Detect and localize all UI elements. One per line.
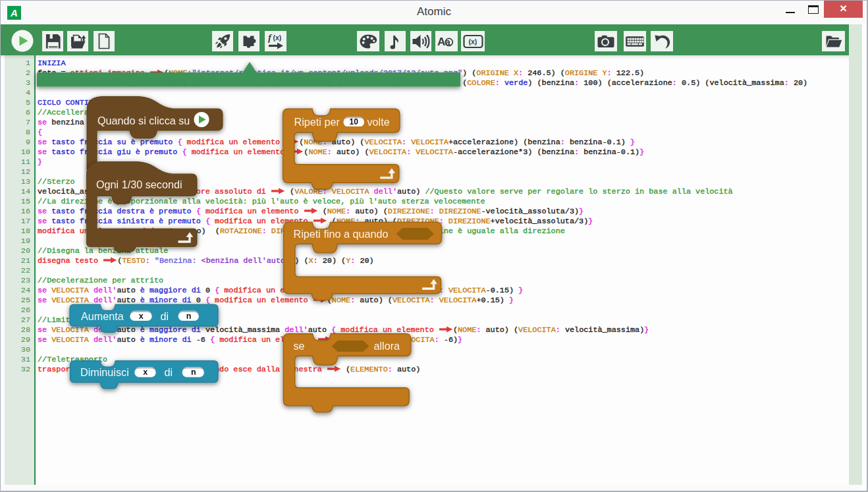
svg-text:di: di bbox=[165, 366, 173, 378]
svg-text:Ripeti per: Ripeti per bbox=[294, 116, 340, 128]
svg-text:allora: allora bbox=[374, 340, 400, 352]
svg-text:10: 10 bbox=[350, 117, 359, 126]
svg-text:n: n bbox=[186, 312, 192, 321]
svg-text:Quando si clicca su: Quando si clicca su bbox=[97, 115, 190, 126]
svg-text:Aumenta: Aumenta bbox=[81, 310, 124, 322]
svg-text:Ripeti fino a quando: Ripeti fino a quando bbox=[294, 228, 389, 240]
svg-text:x: x bbox=[143, 368, 148, 377]
svg-text:Diminuisci: Diminuisci bbox=[80, 366, 129, 378]
svg-text:n: n bbox=[191, 368, 196, 377]
svg-text:volte: volte bbox=[367, 116, 390, 128]
svg-text:di: di bbox=[161, 310, 169, 322]
svg-text:se: se bbox=[294, 340, 305, 352]
svg-text:x: x bbox=[139, 312, 144, 321]
svg-text:Ogni 1/30 secondi: Ogni 1/30 secondi bbox=[96, 178, 182, 190]
